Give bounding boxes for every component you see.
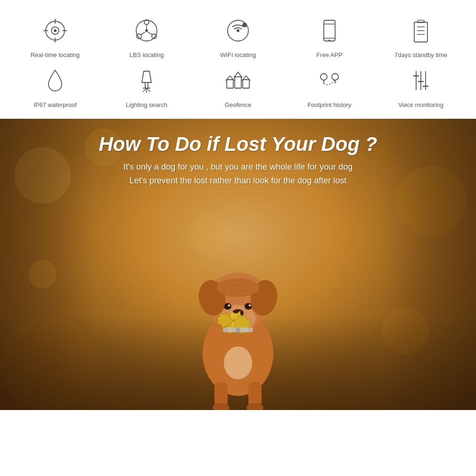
wifi-circle-icon <box>222 14 254 47</box>
lighting-search-label: Lighting search <box>126 101 167 109</box>
feature-lighting-search: Lighting search <box>114 64 180 109</box>
svg-point-54 <box>224 346 252 379</box>
geofence-label: Geofence <box>225 101 251 109</box>
feature-free-app: Free APP <box>296 14 362 59</box>
svg-rect-34 <box>243 80 249 88</box>
sliders-icon <box>404 64 437 97</box>
svg-point-50 <box>249 304 251 307</box>
dog-subtext: It's only a dog for you , but you are th… <box>19 160 457 188</box>
svg-point-21 <box>328 40 330 41</box>
svg-rect-27 <box>145 82 148 88</box>
svg-point-35 <box>320 74 327 80</box>
footprint-history-label: Footprint history <box>307 101 351 109</box>
feature-geofence: Geofence <box>205 64 271 109</box>
features-section: Real-time locating LBS locating <box>0 0 476 119</box>
battery-icon <box>404 14 437 47</box>
svg-point-49 <box>228 304 230 307</box>
svg-line-13 <box>140 32 145 35</box>
battery-label: 7days standby time <box>394 51 447 59</box>
dog-subline2: Let's prevent the lost rather than look … <box>130 176 347 185</box>
svg-point-53 <box>217 278 259 297</box>
realtime-locating-label: Real-time locating <box>31 51 80 59</box>
feature-footprint-history: Footprint history <box>296 64 362 109</box>
feature-battery: 7days standby time <box>388 14 454 59</box>
phone-icon <box>313 14 346 47</box>
nodes-icon <box>130 14 163 47</box>
footprint-icon <box>313 64 346 97</box>
voice-monitoring-label: Voice monitoring <box>398 101 443 109</box>
svg-point-36 <box>332 74 338 80</box>
svg-point-16 <box>237 29 239 32</box>
drop-icon <box>39 64 72 97</box>
lbs-locating-label: LBS locating <box>130 51 164 59</box>
svg-rect-23 <box>418 20 424 23</box>
svg-point-11 <box>145 29 148 32</box>
dog-headline: How To Do if Lost Your Dog ? <box>19 133 457 156</box>
target-icon <box>39 14 72 47</box>
svg-point-6 <box>54 29 57 32</box>
feature-lbs-locating: LBS locating <box>114 14 180 59</box>
features-row-1: Real-time locating LBS locating <box>9 14 467 59</box>
svg-point-17 <box>242 23 247 27</box>
feature-wifi-locating: WIFI locating <box>205 14 271 59</box>
feature-realtime-locating: Real-time locating <box>22 14 88 59</box>
dog-subline1: It's only a dog for you , but you are th… <box>123 162 353 172</box>
svg-rect-22 <box>414 22 427 42</box>
svg-rect-33 <box>235 77 241 88</box>
svg-line-29 <box>143 88 147 92</box>
svg-point-61 <box>236 328 240 332</box>
feature-waterproof: IP67 waterproof <box>22 64 88 109</box>
svg-rect-32 <box>227 80 233 88</box>
features-row-2: IP67 waterproof Lighting search <box>9 64 467 109</box>
dog-illustration <box>120 193 356 410</box>
dog-text-overlay: How To Do if Lost Your Dog ? It's only a… <box>0 133 476 188</box>
wifi-locating-label: WIFI locating <box>220 51 256 59</box>
geofence-icon <box>222 64 254 97</box>
lamp-icon <box>130 64 163 97</box>
free-app-label: Free APP <box>316 51 343 59</box>
dog-section: How To Do if Lost Your Dog ? It's only a… <box>0 119 476 410</box>
feature-voice-monitoring: Voice monitoring <box>388 64 454 109</box>
svg-line-14 <box>148 32 153 35</box>
waterproof-label: IP67 waterproof <box>33 101 77 109</box>
svg-line-31 <box>147 88 150 92</box>
